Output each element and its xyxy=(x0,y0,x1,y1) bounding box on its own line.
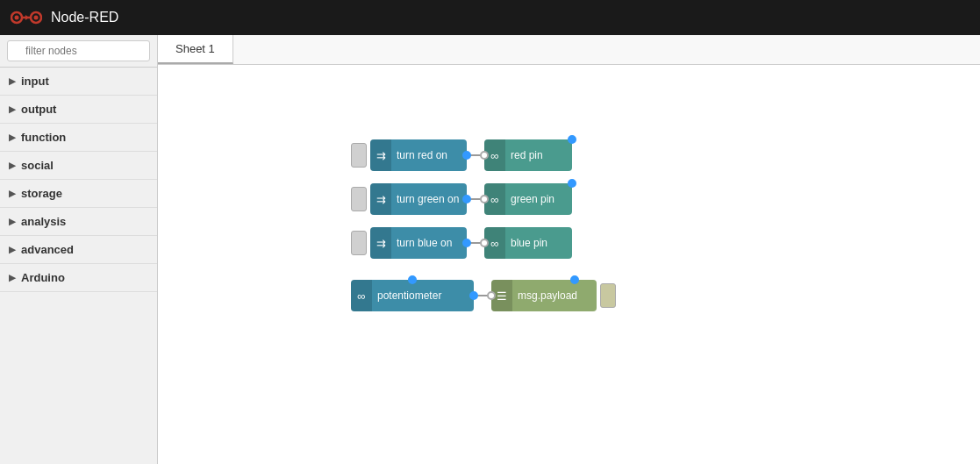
port-in-output-blue xyxy=(480,239,489,247)
filter-input-container: 🔍 xyxy=(7,40,150,61)
node-inject-label-green: turn green on xyxy=(397,193,459,205)
sidebar-item-storage[interactable]: ▶ storage xyxy=(0,180,157,207)
sidebar-category-social: ▶ social xyxy=(0,152,157,180)
node-output-label-red: red pin xyxy=(511,149,543,161)
flow-row-pot: ∞ potentiometer ☰ msg.payload xyxy=(351,280,616,311)
node-inject-green[interactable]: ⇉ turn green on xyxy=(370,183,467,215)
sidebar-category-function: ▶ function xyxy=(0,124,157,152)
node-inject-label-blue: turn blue on xyxy=(397,237,452,249)
list-icon-pot: ☰ xyxy=(497,289,507,303)
sidebar-item-function[interactable]: ▶ function xyxy=(0,124,157,151)
sidebar-label-output: output xyxy=(21,103,56,116)
sidebar-category-analysis: ▶ analysis xyxy=(0,208,157,236)
node-output-red[interactable]: ∞ red pin xyxy=(484,139,572,171)
flow-row-red: ⇉ turn red on ∞ red pin xyxy=(351,139,572,171)
port-top-output-red xyxy=(568,135,576,144)
canvas-area: Sheet 1 ⇉ turn red on xyxy=(158,35,980,464)
chevron-icon-input: ▶ xyxy=(9,76,16,86)
chevron-icon-social: ▶ xyxy=(9,161,16,170)
port-out-inject-green xyxy=(462,195,471,203)
debug-toggle-pot[interactable] xyxy=(600,283,616,308)
node-inject-blue[interactable]: ⇉ turn blue on xyxy=(370,227,467,259)
node-debug-label-pot: msg.payload xyxy=(518,289,577,302)
sidebar: 🔍 ▶ input ▶ output ▶ function ▶ xyxy=(0,35,158,464)
node-inject-label-red: turn red on xyxy=(397,149,447,161)
port-in-output-red xyxy=(480,151,489,160)
port-top-output-green xyxy=(568,179,576,188)
infinity-icon-green: ∞ xyxy=(490,193,498,206)
sidebar-item-analysis[interactable]: ▶ analysis xyxy=(0,208,157,235)
chevron-icon-arduino: ▶ xyxy=(9,273,16,282)
arrows-icon-green: ⇉ xyxy=(376,193,386,206)
node-output-green[interactable]: ∞ green pin xyxy=(484,183,572,215)
sidebar-label-input: input xyxy=(21,75,49,88)
sidebar-category-advanced: ▶ advanced xyxy=(0,236,157,264)
filter-nodes-input[interactable] xyxy=(7,40,150,61)
chevron-icon-analysis: ▶ xyxy=(9,217,16,226)
arrows-icon-blue: ⇉ xyxy=(376,237,386,250)
tabs-bar: Sheet 1 xyxy=(158,35,980,65)
node-arduino-icon-pot: ∞ xyxy=(351,280,372,311)
sidebar-category-storage: ▶ storage xyxy=(0,180,157,208)
node-arduino-label-pot: potentiometer xyxy=(377,289,441,302)
node-inject-icon-red: ⇉ xyxy=(370,139,391,171)
sidebar-item-input[interactable]: ▶ input xyxy=(0,68,157,95)
port-out-inject-blue xyxy=(462,239,471,247)
node-output-label-green: green pin xyxy=(511,193,554,205)
sidebar-item-output[interactable]: ▶ output xyxy=(0,96,157,123)
sidebar-category-output: ▶ output xyxy=(0,96,157,124)
tab-sheet1[interactable]: Sheet 1 xyxy=(158,35,233,64)
infinity-icon-red: ∞ xyxy=(490,149,498,162)
node-debug-pot[interactable]: ☰ msg.payload xyxy=(491,280,597,311)
svg-marker-5 xyxy=(25,15,29,20)
main-layout: 🔍 ▶ input ▶ output ▶ function ▶ xyxy=(0,35,980,464)
sidebar-category-arduino: ▶ Arduino xyxy=(0,264,157,292)
sidebar-label-social: social xyxy=(21,159,54,172)
sidebar-label-analysis: analysis xyxy=(21,215,66,228)
svg-point-3 xyxy=(34,16,39,20)
arrows-icon-red: ⇉ xyxy=(376,149,386,162)
sidebar-label-arduino: Arduino xyxy=(21,271,65,284)
port-out-arduino-pot xyxy=(469,291,478,300)
flow-row-green: ⇉ turn green on ∞ green pin xyxy=(351,183,572,215)
node-inject-red[interactable]: ⇉ turn red on xyxy=(370,139,467,171)
port-in-output-green xyxy=(480,195,489,203)
tab-sheet1-label: Sheet 1 xyxy=(175,42,215,55)
filter-input-wrapper: 🔍 xyxy=(0,35,157,68)
node-output-blue[interactable]: ∞ blue pin xyxy=(484,227,572,259)
port-in-debug-pot xyxy=(487,291,496,300)
node-arduino-pot[interactable]: ∞ potentiometer xyxy=(351,280,474,311)
inject-button-green[interactable] xyxy=(351,187,367,211)
sidebar-label-advanced: advanced xyxy=(21,243,74,256)
chevron-icon-advanced: ▶ xyxy=(9,245,16,254)
node-inject-icon-blue: ⇉ xyxy=(370,227,391,259)
chevron-icon-storage: ▶ xyxy=(9,189,16,198)
app-header: Node-RED xyxy=(0,0,980,35)
port-top-debug-pot xyxy=(570,275,579,284)
port-out-inject-red xyxy=(462,151,471,160)
node-output-label-blue: blue pin xyxy=(511,237,547,249)
inject-button-blue[interactable] xyxy=(351,231,367,255)
infinity-icon-pot: ∞ xyxy=(357,289,365,303)
inject-button-red[interactable] xyxy=(351,143,367,168)
port-top-arduino-pot xyxy=(408,275,417,284)
sidebar-label-function: function xyxy=(21,131,66,144)
sidebar-item-advanced[interactable]: ▶ advanced xyxy=(0,236,157,263)
flow-row-blue: ⇉ turn blue on ∞ blue pin xyxy=(351,227,572,259)
flow-canvas[interactable]: ⇉ turn red on ∞ red pin xyxy=(158,65,980,464)
chevron-icon-output: ▶ xyxy=(9,104,16,114)
node-inject-icon-green: ⇉ xyxy=(370,183,391,215)
logo-icon xyxy=(11,9,42,26)
app-title: Node-RED xyxy=(51,10,118,25)
sidebar-item-arduino[interactable]: ▶ Arduino xyxy=(0,264,157,291)
chevron-icon-function: ▶ xyxy=(9,132,16,142)
infinity-icon-blue: ∞ xyxy=(490,237,498,250)
sidebar-label-storage: storage xyxy=(21,187,62,200)
sidebar-item-social[interactable]: ▶ social xyxy=(0,152,157,179)
sidebar-category-input: ▶ input xyxy=(0,68,157,96)
svg-point-1 xyxy=(15,16,19,20)
